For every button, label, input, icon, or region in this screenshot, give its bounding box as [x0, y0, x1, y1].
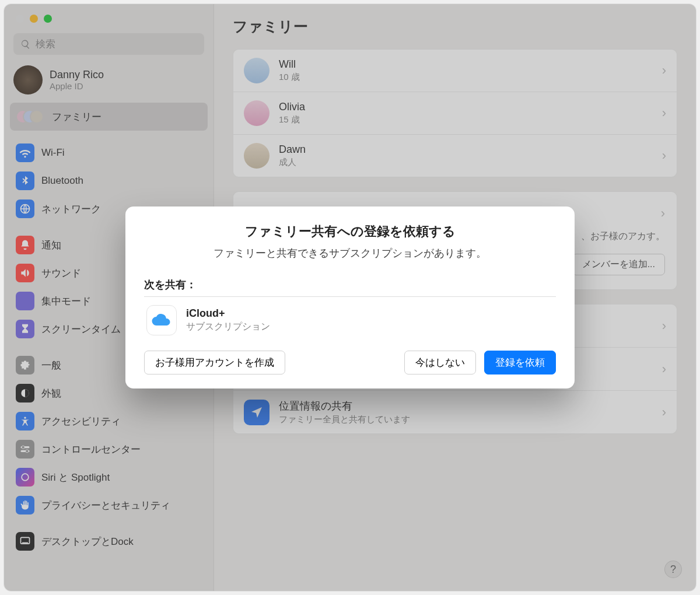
request-button[interactable]: 登録を依頼: [484, 351, 556, 374]
share-item-name: iCloud+: [186, 307, 270, 320]
create-child-account-button[interactable]: お子様用アカウントを作成: [144, 351, 285, 374]
not-now-button[interactable]: 今はしない: [404, 351, 476, 374]
modal-share-item: iCloud+ サブスクリプション: [144, 297, 556, 346]
share-item-sub: サブスクリプション: [186, 321, 270, 333]
modal-title: ファミリー共有への登録を依頼する: [144, 223, 556, 240]
modal-subtitle: ファミリーと共有できるサブスクリプションがあります。: [144, 246, 556, 260]
modal-section-label: 次を共有：: [144, 278, 556, 292]
family-share-modal: ファミリー共有への登録を依頼する ファミリーと共有できるサブスクリプションがあり…: [125, 206, 575, 388]
modal-overlay: ファミリー共有への登録を依頼する ファミリーと共有できるサブスクリプションがあり…: [4, 4, 696, 591]
settings-window: 検索 Danny Rico Apple ID ファミリー Wi-Fi: [4, 4, 696, 591]
icloud-icon: [146, 305, 177, 335]
